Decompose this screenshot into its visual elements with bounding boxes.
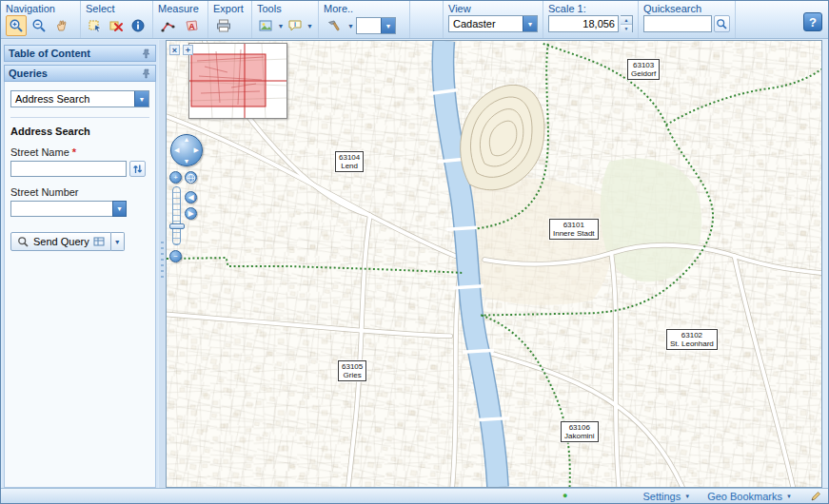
- street-number-combo: ▼: [10, 201, 149, 217]
- group-label-navigation: Navigation: [6, 3, 75, 14]
- district-label: 63103 Geidorf: [627, 59, 660, 80]
- district-label: 63102 St. Leonhard: [666, 329, 718, 350]
- group-label-select: Select: [86, 3, 148, 14]
- pan-south-button[interactable]: ▼: [184, 158, 190, 165]
- overview-close-button[interactable]: ×: [169, 45, 180, 55]
- zoom-out-button[interactable]: [29, 15, 49, 36]
- full-extent-button[interactable]: [185, 171, 197, 184]
- status-dot-icon: ●: [563, 491, 567, 500]
- pan-control[interactable]: ▲ ▼ ◀ ▶: [170, 134, 203, 166]
- queries-title: Queries: [9, 68, 48, 79]
- street-number-input[interactable]: [10, 201, 112, 217]
- chevron-down-icon: ▼: [523, 16, 537, 31]
- image-export-icon: [258, 18, 273, 33]
- toolbar-flex-space: [736, 1, 803, 38]
- toolbar-group-quicksearch: Quicksearch: [639, 1, 736, 38]
- view-select[interactable]: Cadaster ▼: [448, 15, 538, 32]
- more-combobox[interactable]: ▼: [356, 17, 396, 34]
- toolbar-spacer: [410, 1, 443, 38]
- print-button[interactable]: [213, 15, 234, 36]
- map-viewport[interactable]: 63103 Geidorf 63104 Lend 63101 Innere St…: [166, 40, 822, 488]
- street-name-input[interactable]: [10, 161, 127, 177]
- edit-redline-button[interactable]: [809, 490, 822, 503]
- snapshot-button[interactable]: [257, 15, 275, 36]
- street-number-dropdown-button[interactable]: ▼: [112, 201, 127, 217]
- toolbar-group-view: View Cadaster ▼: [443, 1, 543, 38]
- clear-selection-button[interactable]: [107, 15, 126, 36]
- advanced-tools-button[interactable]: [324, 15, 345, 36]
- group-label-measure: Measure: [158, 3, 203, 14]
- query-form-title: Address Search: [10, 126, 149, 137]
- settings-menu[interactable]: Settings ▼: [642, 491, 690, 502]
- geo-bookmarks-menu[interactable]: Geo Bookmarks ▼: [707, 491, 792, 502]
- snapshot-dropdown[interactable]: ▼: [278, 23, 285, 29]
- quicksearch-button[interactable]: [714, 15, 730, 32]
- query-type-select[interactable]: Address Search ▼: [10, 90, 149, 107]
- panel-header-table-of-content[interactable]: Table of Content: [4, 45, 156, 62]
- zoom-in-step-button[interactable]: +: [169, 171, 182, 184]
- select-features-button[interactable]: [86, 15, 105, 36]
- group-label-quicksearch: Quicksearch: [643, 3, 730, 14]
- next-extent-button[interactable]: ▶: [185, 207, 197, 220]
- help-button[interactable]: ?: [803, 12, 822, 31]
- chevron-down-icon: ▼: [684, 494, 690, 499]
- panel-header-queries[interactable]: Queries: [4, 65, 156, 82]
- spinner-up-icon[interactable]: ▲: [621, 16, 632, 24]
- pin-icon[interactable]: [141, 68, 151, 79]
- search-icon: [17, 236, 30, 248]
- quicksearch-input[interactable]: [643, 15, 712, 32]
- toolbar-group-tools: Tools ▼ i ▼: [252, 1, 319, 38]
- advanced-tools-dropdown[interactable]: ▼: [347, 23, 354, 29]
- svg-text:i: i: [294, 21, 296, 28]
- sidebar-splitter[interactable]: [159, 40, 166, 488]
- overview-map[interactable]: [188, 43, 287, 119]
- zoom-slider-handle[interactable]: [169, 223, 185, 229]
- clear-selection-icon: [109, 18, 124, 33]
- street-number-label: Street Number: [10, 186, 149, 198]
- pan-north-button[interactable]: ▲: [184, 136, 190, 143]
- hammer-icon: [326, 18, 342, 33]
- previous-extent-button[interactable]: ◀: [185, 191, 197, 204]
- pencil-icon: [809, 490, 822, 503]
- scale-input[interactable]: [548, 15, 619, 32]
- group-label-scale: Scale 1:: [548, 3, 633, 14]
- district-label: 63105 Gries: [338, 360, 366, 381]
- spinner-down-icon[interactable]: ▼: [621, 24, 632, 32]
- view-select-value: Cadaster: [449, 18, 523, 29]
- maptip-button[interactable]: i: [286, 15, 305, 36]
- zoom-in-button[interactable]: [6, 15, 27, 36]
- send-query-dropdown-button[interactable]: ▼: [111, 232, 125, 251]
- select-icon: [88, 18, 103, 33]
- divider: [10, 117, 149, 118]
- chevron-down-icon: ▼: [134, 91, 148, 107]
- measure-area-button[interactable]: A: [181, 15, 202, 36]
- street-name-label: Street Name *: [10, 146, 149, 158]
- send-query-button[interactable]: Send Query: [10, 232, 111, 251]
- overview-canvas: [189, 44, 286, 118]
- overview-move-button[interactable]: +: [183, 45, 193, 55]
- maptip-dropdown[interactable]: ▼: [306, 23, 313, 29]
- toolbar-group-scale: Scale 1: ▲ ▼: [543, 1, 639, 38]
- toolbar-group-select: Select: [81, 1, 153, 38]
- zoom-out-step-button[interactable]: −: [169, 250, 182, 262]
- scale-spinner[interactable]: ▲ ▼: [621, 15, 633, 32]
- zoom-slider[interactable]: [172, 186, 181, 245]
- pan-hand-icon: [54, 18, 69, 33]
- pan-west-button[interactable]: ◀: [174, 146, 179, 154]
- overview-controls: × +: [169, 45, 193, 55]
- pan-button[interactable]: [51, 15, 72, 36]
- street-name-lookup-button[interactable]: [129, 161, 146, 177]
- pan-east-button[interactable]: ▶: [194, 146, 199, 154]
- group-label-view: View: [448, 3, 538, 14]
- measure-distance-button[interactable]: [158, 15, 179, 36]
- group-label-export: Export: [213, 3, 247, 14]
- identify-button[interactable]: [128, 15, 148, 36]
- pin-icon[interactable]: [141, 48, 151, 59]
- result-table-icon: [93, 236, 105, 247]
- required-marker: *: [72, 146, 76, 158]
- svg-text:A: A: [188, 22, 195, 31]
- toolbar-group-export: Export: [208, 1, 252, 38]
- district-label: 63104 Lend: [335, 151, 364, 172]
- measure-distance-icon: [161, 18, 176, 33]
- chevron-down-icon: ▼: [381, 18, 395, 33]
